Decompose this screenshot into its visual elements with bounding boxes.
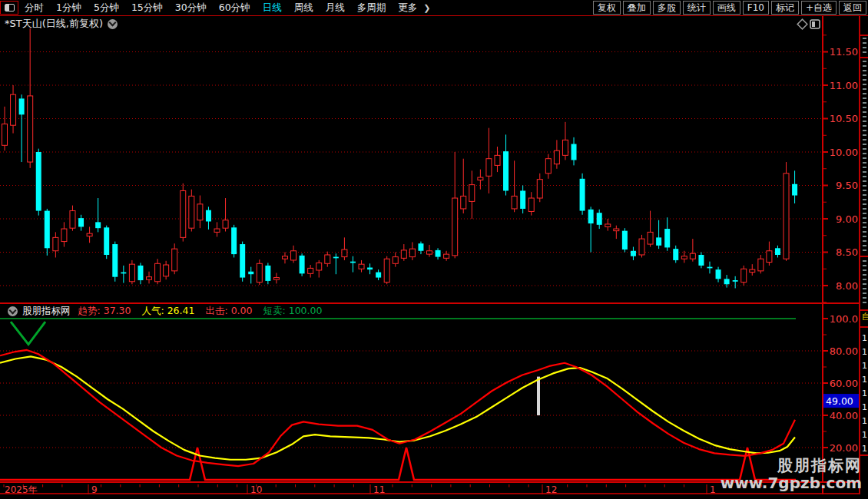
split-panel-icon-fill: [812, 21, 815, 27]
clipped-glyphs: [863, 38, 866, 53]
title-row: *ST天山(日线,前复权): [5, 17, 118, 31]
tool-button-标记[interactable]: 标记: [771, 1, 799, 15]
chevron-down-icon[interactable]: [8, 306, 18, 316]
diamond-icon[interactable]: [797, 19, 807, 29]
period-item-11[interactable]: 更多: [392, 2, 423, 15]
price-label: 9.50: [836, 180, 858, 191]
period-item-7[interactable]: 日线: [257, 2, 288, 15]
clipped-quote-digit: 1: [862, 389, 867, 398]
strip-tab-label[interactable]: 自: [862, 312, 868, 322]
tool-button-+自选[interactable]: +自选: [801, 1, 837, 15]
renqi-yellow-line: [0, 356, 795, 459]
price-axis: 11.5011.0010.5010.009.509.008.508.00: [823, 16, 858, 302]
price-label: 9.00: [836, 213, 858, 225]
indicator-chart[interactable]: 100.080.0060.0040.0020.0049.00: [0, 304, 868, 481]
clipped-quote-digit: 1: [862, 375, 867, 384]
chuji-pulse-line: [0, 448, 796, 480]
tool-button-统计[interactable]: 统计: [683, 1, 711, 15]
stock-title: *ST天山(日线,前复权): [5, 17, 103, 31]
layout-toggle-button[interactable]: [0, 1, 18, 15]
bottom-strip: [0, 494, 868, 499]
period-item-1[interactable]: 分时: [18, 2, 50, 15]
right-edge-panel[interactable]: 自 111111111: [859, 16, 868, 494]
green-v-marker: [11, 322, 45, 344]
period-item-9[interactable]: 月线: [320, 2, 351, 15]
trading-app-window: 分时1分钟5分钟15分钟30分钟60分钟日线周线月线多周期更多 ❯ 复权叠加多股…: [0, 0, 868, 499]
clipped-quote-digit: 1: [862, 403, 867, 411]
price-label: 8.50: [836, 246, 858, 258]
tool-button-叠加[interactable]: 叠加: [623, 1, 651, 15]
period-item-10[interactable]: 多周期: [351, 2, 393, 15]
month-label: 12: [545, 484, 557, 494]
price-label: 8.00: [836, 280, 858, 292]
indicator-gridlines: [0, 351, 821, 448]
chart-corner-icons: [797, 19, 820, 29]
tool-button-返回[interactable]: 返回: [839, 1, 866, 15]
month-label: 1: [710, 484, 716, 494]
clipped-quote-digit: 1: [862, 444, 867, 453]
strip-separator: [860, 309, 868, 311]
clipped-glyphs: [863, 61, 866, 251]
candlestick-series: [2, 28, 798, 288]
month-label: 11: [373, 484, 385, 494]
tool-button-多股[interactable]: 多股: [653, 1, 681, 15]
clipped-quote-digit: 1: [862, 348, 867, 356]
tool-button-画线[interactable]: 画线: [713, 1, 740, 15]
clipped-quote-digit: 1: [862, 417, 867, 425]
strip-separator: [860, 326, 868, 328]
strip-separator: [860, 57, 868, 58]
tool-button-F10[interactable]: F10: [743, 1, 769, 15]
period-item-8[interactable]: 周线: [288, 2, 320, 15]
chevron-down-icon[interactable]: [108, 19, 118, 29]
period-item-2[interactable]: 1分钟: [50, 2, 88, 15]
indicator-axis-label: 20.00: [830, 442, 858, 454]
strip-separator: [860, 256, 868, 257]
period-item-5[interactable]: 30分钟: [169, 2, 213, 15]
price-label: 10.50: [830, 113, 858, 124]
indicator-field-人气: 人气: 26.41: [141, 305, 194, 318]
indicator-axis-label: 60.00: [830, 378, 858, 389]
clipped-glyphs: [863, 260, 866, 306]
price-label: 11.00: [830, 80, 858, 91]
month-label: 9: [91, 484, 98, 494]
indicator-field-出击: 出击: 0.00: [205, 305, 252, 318]
month-label: 10: [250, 484, 262, 494]
split-panel-icon: [5, 4, 15, 12]
watermark-site-name: 股朋指标网: [721, 457, 862, 474]
year-label: 2025年: [5, 484, 38, 494]
trend-red-line: [0, 350, 795, 466]
strip-separator: [860, 35, 868, 36]
clipped-quote-digit: 1: [862, 431, 867, 439]
top-toolbar: 分时1分钟5分钟15分钟30分钟60分钟日线周线月线多周期更多 ❯ 复权叠加多股…: [0, 0, 868, 16]
tool-button-复权[interactable]: 复权: [593, 1, 621, 15]
indicator-header: 股朋指标网 趋势: 37.30人气: 26.41出击: 0.00短卖: 100.…: [3, 305, 333, 318]
period-item-3[interactable]: 5分钟: [88, 2, 125, 15]
clipped-quote-digit: 1: [862, 334, 867, 342]
chevron-right-icon[interactable]: ❯: [423, 3, 433, 13]
value-box-text: 49.00: [826, 395, 853, 407]
tool-button-group: 复权叠加多股统计画线F10标记+自选返回: [591, 0, 868, 15]
watermark: 股朋指标网 www.7gpzb.com: [721, 457, 862, 492]
indicator-field-短卖: 短卖: 100.00: [263, 305, 323, 318]
period-item-4[interactable]: 15分钟: [125, 2, 169, 15]
clipped-quote-digit: 1: [862, 362, 867, 370]
watermark-url: www.7gpzb.com: [721, 474, 862, 492]
indicator-field-趋势: 趋势: 37.30: [78, 305, 131, 318]
period-item-6[interactable]: 60分钟: [213, 2, 257, 15]
price-label: 11.50: [830, 46, 858, 58]
candlestick-chart[interactable]: 11.5011.0010.5010.009.509.008.508.00: [0, 16, 868, 302]
indicator-axis-label: 80.00: [830, 345, 858, 357]
price-label: 10.00: [830, 147, 858, 158]
indicator-axis-label: 40.00: [830, 410, 858, 421]
indicator-name: 股朋指标网: [22, 305, 71, 318]
period-menu: 分时1分钟5分钟15分钟30分钟60分钟日线周线月线多周期更多: [18, 0, 423, 15]
indicator-axis-label: 100.0: [830, 313, 858, 325]
indicator-axis: 100.080.0060.0040.0020.0049.00: [823, 304, 859, 481]
